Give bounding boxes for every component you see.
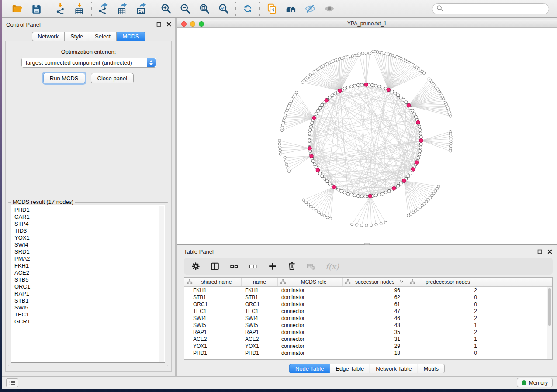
sort-desc-icon[interactable] xyxy=(399,279,405,285)
status-menu-button[interactable] xyxy=(6,378,18,387)
import-table-button[interactable] xyxy=(73,2,86,15)
memory-button[interactable]: Memory xyxy=(517,378,553,387)
table-row[interactable]: ORC1ORC1dominator610 xyxy=(184,301,546,308)
hide-selected-button[interactable] xyxy=(304,2,317,15)
table-cell: 2 xyxy=(407,329,481,335)
zoom-out-button[interactable] xyxy=(179,2,192,15)
close-panel-action-button[interactable]: Close panel xyxy=(91,73,134,83)
tab-network[interactable]: Network xyxy=(31,32,65,41)
table-cell: YOX1 xyxy=(184,343,242,349)
tab-network-table[interactable]: Network Table xyxy=(370,364,418,373)
column-header-successor-nodes[interactable]: successor nodes xyxy=(343,278,407,286)
table-row[interactable]: RAP1RAP1dominator352 xyxy=(184,329,546,336)
select-all-button[interactable] xyxy=(229,261,239,272)
mcds-result-item[interactable]: CAR1 xyxy=(14,213,165,220)
close-panel-button[interactable] xyxy=(166,21,172,27)
close-window-icon[interactable] xyxy=(181,21,187,27)
application-window: Control Panel NetworkStyleSelectMCDS Opt… xyxy=(2,0,557,389)
list-scrollbar-track[interactable] xyxy=(159,206,164,362)
column-header-MCDS-role[interactable]: MCDS role xyxy=(278,278,343,286)
first-neighbors-button[interactable] xyxy=(284,2,298,15)
mcds-result-item[interactable]: TID3 xyxy=(14,227,165,234)
mcds-result-list[interactable]: PHD1CAR1STP4TID3YOX1SWI4SRD1PMA2FKH1ACE2… xyxy=(11,205,165,363)
export-table-button[interactable] xyxy=(116,2,129,15)
table-row[interactable]: SWI5SWI5connector431 xyxy=(184,322,546,329)
deselect-all-button[interactable] xyxy=(249,261,258,272)
mcds-result-item[interactable]: RAP1 xyxy=(14,290,165,297)
table-row[interactable]: STB1STB1dominator620 xyxy=(184,294,546,301)
maximize-window-icon[interactable] xyxy=(199,21,204,27)
table-cell: 29 xyxy=(343,343,407,349)
search-input[interactable] xyxy=(445,6,545,12)
split-panel-button[interactable] xyxy=(210,261,220,272)
table-scrollbar[interactable] xyxy=(547,287,552,359)
table-cell: 62 xyxy=(343,294,407,300)
tab-edge-table[interactable]: Edge Table xyxy=(330,364,370,373)
mcds-result-item[interactable]: STP4 xyxy=(14,220,165,227)
column-header-name[interactable]: name xyxy=(242,278,278,286)
add-row-button[interactable] xyxy=(268,261,277,272)
minimize-window-icon[interactable] xyxy=(190,21,195,27)
mcds-result-item[interactable]: YOX1 xyxy=(14,234,165,241)
mcds-result-title: MCDS result (17 nodes) xyxy=(11,199,75,205)
zoom-selected-button[interactable] xyxy=(217,2,230,15)
table-row[interactable]: YOX1YOX1connector291 xyxy=(184,343,546,350)
tab-node-table[interactable]: Node Table xyxy=(289,364,330,373)
table-cell: 96 xyxy=(343,287,407,293)
table-row[interactable]: ACE2ACE2connector311 xyxy=(184,336,546,343)
mcds-result-item[interactable]: TEC1 xyxy=(14,311,165,318)
mcds-result-item[interactable]: ACE2 xyxy=(14,269,165,276)
float-table-panel-button[interactable] xyxy=(537,249,543,254)
column-header-shared-name[interactable]: shared name xyxy=(184,278,242,286)
mcds-result-item[interactable]: STB5 xyxy=(14,276,165,283)
table-row[interactable]: FKH1FKH1dominator962 xyxy=(184,287,546,294)
table-cell: 1 xyxy=(407,343,481,349)
mcds-result-item[interactable]: FKH1 xyxy=(14,262,165,269)
table-row[interactable]: TEC1TEC1connector472 xyxy=(184,308,546,315)
mcds-result-item[interactable]: PMA2 xyxy=(14,255,165,262)
export-image-button[interactable] xyxy=(135,2,149,15)
zoom-in-button[interactable] xyxy=(159,2,173,15)
mcds-result-item[interactable]: SRD1 xyxy=(14,248,165,255)
settings-button[interactable] xyxy=(191,261,201,272)
tab-mcds[interactable]: MCDS xyxy=(117,32,145,41)
mcds-result-item[interactable]: ORC1 xyxy=(14,283,165,290)
open-session-button[interactable] xyxy=(10,2,24,15)
column-label: shared name xyxy=(194,279,239,285)
zoom-fit-button[interactable] xyxy=(198,2,211,15)
table-row[interactable]: PHD1PHD1dominator180 xyxy=(184,350,546,357)
table-cell: dominator xyxy=(278,315,343,321)
mcds-tab-content: Optimization criterion: largest connecte… xyxy=(5,41,172,372)
table-cell: connector xyxy=(278,322,343,328)
save-session-button[interactable] xyxy=(30,2,43,15)
column-header-predecessor-nodes[interactable]: predecessor nodes xyxy=(407,278,481,286)
optimization-criterion-select[interactable]: largest connected component (undirected) xyxy=(21,58,156,68)
mcds-result-item[interactable]: PHD1 xyxy=(14,206,165,213)
copy-network-button[interactable] xyxy=(265,2,278,15)
float-panel-button[interactable] xyxy=(156,21,162,27)
export-network-button[interactable] xyxy=(97,2,110,15)
pane-splitter-grip[interactable] xyxy=(364,243,370,245)
table-cell: 2 xyxy=(407,315,481,321)
mcds-result-item[interactable]: GCR1 xyxy=(14,318,165,325)
table-row[interactable]: SWI4SWI4dominator462 xyxy=(184,315,546,322)
main-toolbar xyxy=(2,0,557,18)
mcds-result-item[interactable]: STB1 xyxy=(14,297,165,304)
tab-style[interactable]: Style xyxy=(65,32,89,41)
tab-motifs[interactable]: Motifs xyxy=(418,364,445,373)
table-cell: SWI4 xyxy=(184,315,242,321)
network-window-titlebar[interactable]: YPA_prune.txt_1 xyxy=(177,20,557,28)
refresh-layout-button[interactable] xyxy=(241,2,254,15)
table-cell: dominator xyxy=(278,287,343,293)
show-all-button[interactable] xyxy=(323,2,336,15)
table-scrollbar-thumb[interactable] xyxy=(548,288,551,326)
delete-row-button[interactable] xyxy=(287,261,297,272)
tab-select[interactable]: Select xyxy=(89,32,117,41)
mcds-result-item[interactable]: SWI5 xyxy=(14,304,165,311)
close-table-panel-button[interactable] xyxy=(547,249,553,254)
run-mcds-button[interactable]: Run MCDS xyxy=(43,73,85,83)
import-network-button[interactable] xyxy=(54,2,67,15)
table-cell: connector xyxy=(278,336,343,342)
mcds-result-item[interactable]: SWI4 xyxy=(14,241,165,248)
network-canvas[interactable] xyxy=(177,28,557,244)
